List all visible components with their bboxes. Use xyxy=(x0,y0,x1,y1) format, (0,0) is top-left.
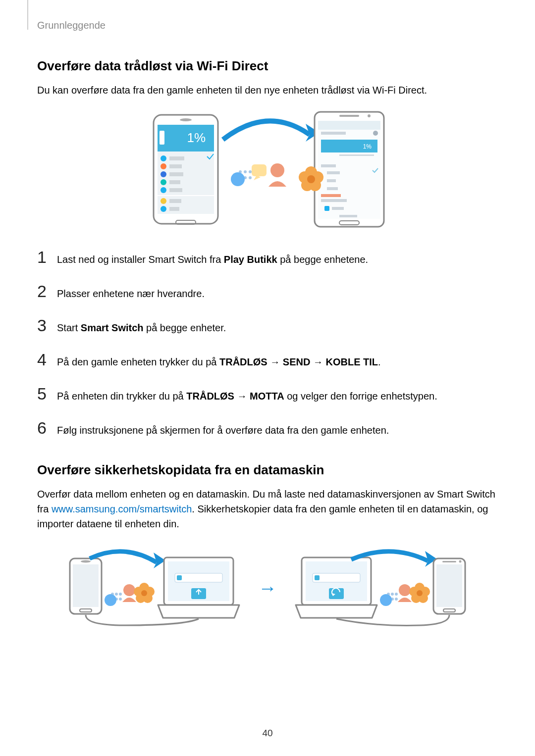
section1-intro: Du kan overføre data fra den gamle enhet… xyxy=(37,83,498,98)
svg-point-9 xyxy=(160,171,166,177)
step-text: På enheten din trykker du på TRÅDLØS → M… xyxy=(53,386,437,403)
svg-point-62 xyxy=(115,593,118,596)
svg-rect-40 xyxy=(327,171,340,174)
svg-rect-14 xyxy=(169,188,182,192)
svg-rect-6 xyxy=(169,156,184,160)
step-item: 4På den gamle enheten trykker du på TRÅD… xyxy=(37,351,498,369)
svg-point-59 xyxy=(81,560,91,563)
svg-rect-32 xyxy=(318,121,380,219)
svg-point-98 xyxy=(417,590,423,596)
svg-point-35 xyxy=(373,131,378,136)
svg-point-67 xyxy=(105,594,116,606)
breadcrumb: Grunnleggende xyxy=(37,20,498,31)
svg-rect-58 xyxy=(73,564,99,607)
svg-point-18 xyxy=(160,206,166,212)
svg-rect-17 xyxy=(169,199,181,203)
step-text: Start Smart Switch på begge enheter. xyxy=(53,317,226,335)
svg-text:1%: 1% xyxy=(187,130,206,145)
step-text: Plasser enhetene nær hverandre. xyxy=(53,283,205,301)
svg-rect-10 xyxy=(169,172,183,176)
svg-point-74 xyxy=(141,590,147,596)
step-text: Følg instruksjonene på skjermen for å ov… xyxy=(53,420,389,438)
step-item: 2Plasser enhetene nær hverandre. xyxy=(37,283,498,301)
wifi-direct-illustration: 1% xyxy=(37,110,498,229)
svg-point-56 xyxy=(307,175,315,183)
laptop-to-phone-icon xyxy=(292,549,470,628)
svg-rect-29 xyxy=(252,164,267,176)
page-number: 40 xyxy=(0,728,535,739)
svg-point-63 xyxy=(119,593,122,596)
svg-rect-15 xyxy=(158,195,214,196)
svg-rect-12 xyxy=(169,180,180,184)
svg-rect-77 xyxy=(175,573,222,582)
svg-rect-4 xyxy=(160,131,164,145)
svg-rect-100 xyxy=(436,564,462,607)
svg-point-28 xyxy=(231,172,245,186)
step-item: 3Start Smart Switch på begge enheter. xyxy=(37,317,498,335)
svg-rect-34 xyxy=(321,132,346,135)
smartswitch-link[interactable]: www.samsung.com/smartswitch xyxy=(52,504,192,514)
computer-backup-illustration: → xyxy=(37,549,498,628)
svg-rect-19 xyxy=(169,207,179,211)
svg-text:1%: 1% xyxy=(363,143,372,150)
svg-point-23 xyxy=(244,170,247,173)
svg-point-91 xyxy=(380,594,392,606)
svg-rect-45 xyxy=(324,206,329,211)
svg-rect-38 xyxy=(339,154,374,156)
svg-point-66 xyxy=(119,598,122,601)
steps-list: 1Last ned og installer Smart Switch fra … xyxy=(37,249,498,438)
step-number: 4 xyxy=(37,351,53,368)
svg-point-16 xyxy=(160,198,166,204)
svg-point-30 xyxy=(270,163,284,177)
svg-rect-78 xyxy=(177,575,182,580)
svg-point-5 xyxy=(160,155,166,161)
svg-rect-49 xyxy=(339,115,359,117)
svg-rect-44 xyxy=(321,199,347,202)
svg-point-50 xyxy=(368,114,371,117)
phone-to-laptop-icon xyxy=(65,549,243,628)
svg-rect-101 xyxy=(442,561,456,562)
svg-rect-46 xyxy=(332,207,344,210)
step-number: 3 xyxy=(37,317,53,334)
section1-heading: Overføre data trådløst via Wi-Fi Direct xyxy=(37,58,498,74)
svg-rect-84 xyxy=(329,588,344,599)
svg-point-86 xyxy=(391,593,394,596)
svg-point-11 xyxy=(160,179,166,185)
svg-rect-39 xyxy=(321,164,336,167)
svg-rect-41 xyxy=(327,179,336,182)
svg-point-68 xyxy=(123,584,135,596)
section2-heading: Overføre sikkerhetskopidata fra en datam… xyxy=(37,462,498,478)
svg-rect-42 xyxy=(327,187,338,190)
svg-rect-82 xyxy=(313,573,360,582)
step-number: 5 xyxy=(37,385,53,402)
svg-rect-8 xyxy=(169,164,182,168)
step-number: 6 xyxy=(37,419,53,436)
step-number: 2 xyxy=(37,283,53,300)
svg-point-87 xyxy=(395,593,398,596)
svg-point-24 xyxy=(249,170,252,173)
step-item: 1Last ned og installer Smart Switch fra … xyxy=(37,249,498,267)
svg-rect-33 xyxy=(318,121,380,130)
svg-point-90 xyxy=(395,598,398,601)
step-item: 6Følg instruksjonene på skjermen for å o… xyxy=(37,419,498,438)
svg-point-102 xyxy=(459,560,462,563)
two-phones-transfer-icon: 1% xyxy=(144,110,391,229)
svg-point-7 xyxy=(160,163,166,169)
svg-point-92 xyxy=(399,584,411,596)
svg-point-21 xyxy=(180,118,192,121)
step-text: På den gamle enheten trykker du på TRÅDL… xyxy=(53,352,381,369)
svg-rect-83 xyxy=(315,575,320,580)
arrow-right-icon: → xyxy=(258,578,277,599)
svg-rect-47 xyxy=(339,215,357,217)
step-item: 5På enheten din trykker du på TRÅDLØS → … xyxy=(37,385,498,403)
svg-point-27 xyxy=(249,176,252,179)
step-number: 1 xyxy=(37,249,53,265)
svg-point-13 xyxy=(160,187,166,193)
section2-intro: Overfør data mellom enheten og en datama… xyxy=(37,487,498,531)
svg-rect-43 xyxy=(321,194,341,197)
step-text: Last ned og installer Smart Switch fra P… xyxy=(53,249,368,267)
